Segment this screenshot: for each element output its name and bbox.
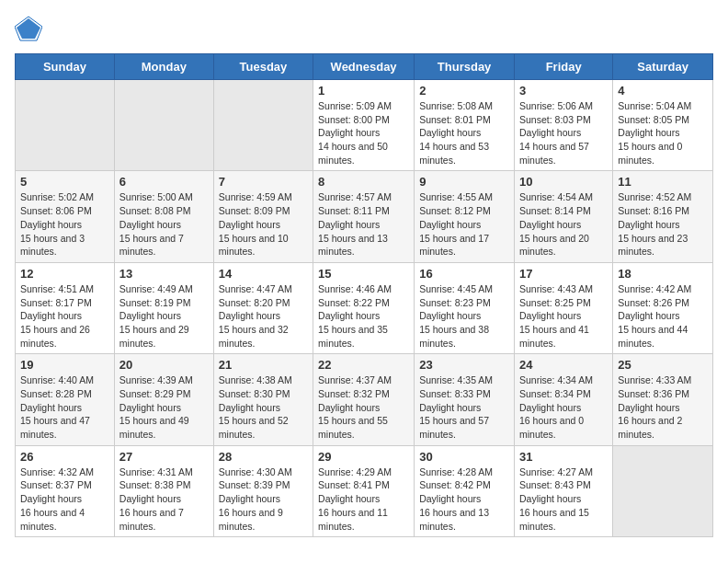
page-header xyxy=(15,15,713,42)
column-header-friday: Friday xyxy=(515,54,613,80)
day-cell: 19Sunrise: 4:40 AMSunset: 8:28 PMDayligh… xyxy=(16,354,115,445)
day-number: 7 xyxy=(219,175,308,189)
day-info: Sunrise: 4:47 AMSunset: 8:20 PMDaylight … xyxy=(219,282,308,350)
week-row-2: 5Sunrise: 5:02 AMSunset: 8:06 PMDaylight… xyxy=(16,171,713,262)
day-number: 29 xyxy=(318,450,409,464)
day-cell: 11Sunrise: 4:52 AMSunset: 8:16 PMDayligh… xyxy=(613,171,713,262)
day-info: Sunrise: 5:09 AMSunset: 8:00 PMDaylight … xyxy=(318,99,409,167)
day-number: 22 xyxy=(318,358,409,372)
day-number: 20 xyxy=(119,358,209,372)
day-cell: 14Sunrise: 4:47 AMSunset: 8:20 PMDayligh… xyxy=(213,262,313,353)
day-info: Sunrise: 4:55 AMSunset: 8:12 PMDaylight … xyxy=(419,190,509,258)
day-cell: 2Sunrise: 5:08 AMSunset: 8:01 PMDaylight… xyxy=(415,80,515,171)
day-number: 4 xyxy=(618,84,708,98)
day-number: 8 xyxy=(318,175,409,189)
day-number: 16 xyxy=(419,267,509,281)
column-header-tuesday: Tuesday xyxy=(213,54,313,80)
day-cell: 25Sunrise: 4:33 AMSunset: 8:36 PMDayligh… xyxy=(613,354,713,445)
day-number: 23 xyxy=(419,358,509,372)
day-cell: 10Sunrise: 4:54 AMSunset: 8:14 PMDayligh… xyxy=(515,171,613,262)
day-number: 26 xyxy=(20,450,109,464)
day-cell xyxy=(213,80,313,171)
day-info: Sunrise: 4:46 AMSunset: 8:22 PMDaylight … xyxy=(318,282,409,350)
day-cell: 9Sunrise: 4:55 AMSunset: 8:12 PMDaylight… xyxy=(415,171,515,262)
day-info: Sunrise: 5:02 AMSunset: 8:06 PMDaylight … xyxy=(20,190,109,258)
day-info: Sunrise: 4:35 AMSunset: 8:33 PMDaylight … xyxy=(419,373,509,441)
day-number: 27 xyxy=(119,450,209,464)
day-info: Sunrise: 4:28 AMSunset: 8:42 PMDaylight … xyxy=(419,465,509,533)
day-number: 6 xyxy=(119,175,209,189)
day-cell: 28Sunrise: 4:30 AMSunset: 8:39 PMDayligh… xyxy=(213,445,313,536)
day-cell: 29Sunrise: 4:29 AMSunset: 8:41 PMDayligh… xyxy=(313,445,415,536)
day-info: Sunrise: 4:59 AMSunset: 8:09 PMDaylight … xyxy=(219,190,308,258)
day-info: Sunrise: 4:43 AMSunset: 8:25 PMDaylight … xyxy=(519,282,608,350)
day-info: Sunrise: 4:38 AMSunset: 8:30 PMDaylight … xyxy=(219,373,308,441)
day-cell xyxy=(114,80,213,171)
header-row: SundayMondayTuesdayWednesdayThursdayFrid… xyxy=(16,54,713,80)
day-cell: 27Sunrise: 4:31 AMSunset: 8:38 PMDayligh… xyxy=(114,445,213,536)
day-cell: 26Sunrise: 4:32 AMSunset: 8:37 PMDayligh… xyxy=(16,445,115,536)
day-info: Sunrise: 5:08 AMSunset: 8:01 PMDaylight … xyxy=(419,99,509,167)
day-cell: 3Sunrise: 5:06 AMSunset: 8:03 PMDaylight… xyxy=(515,80,613,171)
day-number: 9 xyxy=(419,175,509,189)
day-cell: 6Sunrise: 5:00 AMSunset: 8:08 PMDaylight… xyxy=(114,171,213,262)
calendar-body: 1Sunrise: 5:09 AMSunset: 8:00 PMDaylight… xyxy=(16,80,713,537)
day-cell: 18Sunrise: 4:42 AMSunset: 8:26 PMDayligh… xyxy=(613,262,713,353)
week-row-5: 26Sunrise: 4:32 AMSunset: 8:37 PMDayligh… xyxy=(16,445,713,536)
day-info: Sunrise: 4:27 AMSunset: 8:43 PMDaylight … xyxy=(519,465,608,533)
week-row-4: 19Sunrise: 4:40 AMSunset: 8:28 PMDayligh… xyxy=(16,354,713,445)
day-number: 3 xyxy=(519,84,608,98)
column-header-thursday: Thursday xyxy=(415,54,515,80)
column-header-sunday: Sunday xyxy=(16,54,115,80)
column-header-saturday: Saturday xyxy=(613,54,713,80)
day-number: 12 xyxy=(20,267,109,281)
day-cell: 4Sunrise: 5:04 AMSunset: 8:05 PMDaylight… xyxy=(613,80,713,171)
day-cell xyxy=(16,80,115,171)
day-number: 13 xyxy=(119,267,209,281)
day-info: Sunrise: 4:32 AMSunset: 8:37 PMDaylight … xyxy=(20,465,109,533)
week-row-3: 12Sunrise: 4:51 AMSunset: 8:17 PMDayligh… xyxy=(16,262,713,353)
day-number: 11 xyxy=(618,175,708,189)
week-row-1: 1Sunrise: 5:09 AMSunset: 8:00 PMDaylight… xyxy=(16,80,713,171)
day-number: 28 xyxy=(219,450,308,464)
day-cell xyxy=(613,445,713,536)
day-info: Sunrise: 4:39 AMSunset: 8:29 PMDaylight … xyxy=(119,373,209,441)
day-number: 17 xyxy=(519,267,608,281)
day-info: Sunrise: 4:51 AMSunset: 8:17 PMDaylight … xyxy=(20,282,109,350)
day-cell: 21Sunrise: 4:38 AMSunset: 8:30 PMDayligh… xyxy=(213,354,313,445)
day-info: Sunrise: 4:40 AMSunset: 8:28 PMDaylight … xyxy=(20,373,109,441)
svg-marker-0 xyxy=(17,18,40,39)
day-number: 2 xyxy=(419,84,509,98)
day-cell: 22Sunrise: 4:37 AMSunset: 8:32 PMDayligh… xyxy=(313,354,415,445)
logo xyxy=(15,15,46,42)
day-cell: 8Sunrise: 4:57 AMSunset: 8:11 PMDaylight… xyxy=(313,171,415,262)
day-info: Sunrise: 4:42 AMSunset: 8:26 PMDaylight … xyxy=(618,282,708,350)
day-number: 30 xyxy=(419,450,509,464)
day-number: 24 xyxy=(519,358,608,372)
day-number: 25 xyxy=(618,358,708,372)
calendar-table: SundayMondayTuesdayWednesdayThursdayFrid… xyxy=(15,53,713,537)
day-info: Sunrise: 4:54 AMSunset: 8:14 PMDaylight … xyxy=(519,190,608,258)
day-cell: 5Sunrise: 5:02 AMSunset: 8:06 PMDaylight… xyxy=(16,171,115,262)
day-info: Sunrise: 4:29 AMSunset: 8:41 PMDaylight … xyxy=(318,465,409,533)
day-info: Sunrise: 4:30 AMSunset: 8:39 PMDaylight … xyxy=(219,465,308,533)
day-cell: 31Sunrise: 4:27 AMSunset: 8:43 PMDayligh… xyxy=(515,445,613,536)
day-number: 18 xyxy=(618,267,708,281)
day-info: Sunrise: 5:00 AMSunset: 8:08 PMDaylight … xyxy=(119,190,209,258)
day-cell: 7Sunrise: 4:59 AMSunset: 8:09 PMDaylight… xyxy=(213,171,313,262)
column-header-wednesday: Wednesday xyxy=(313,54,415,80)
day-number: 14 xyxy=(219,267,308,281)
day-cell: 24Sunrise: 4:34 AMSunset: 8:34 PMDayligh… xyxy=(515,354,613,445)
day-info: Sunrise: 4:52 AMSunset: 8:16 PMDaylight … xyxy=(618,190,708,258)
day-cell: 30Sunrise: 4:28 AMSunset: 8:42 PMDayligh… xyxy=(415,445,515,536)
day-cell: 16Sunrise: 4:45 AMSunset: 8:23 PMDayligh… xyxy=(415,262,515,353)
day-number: 21 xyxy=(219,358,308,372)
day-info: Sunrise: 4:31 AMSunset: 8:38 PMDaylight … xyxy=(119,465,209,533)
day-cell: 1Sunrise: 5:09 AMSunset: 8:00 PMDaylight… xyxy=(313,80,415,171)
day-number: 19 xyxy=(20,358,109,372)
day-number: 5 xyxy=(20,175,109,189)
day-info: Sunrise: 5:04 AMSunset: 8:05 PMDaylight … xyxy=(618,99,708,167)
day-cell: 23Sunrise: 4:35 AMSunset: 8:33 PMDayligh… xyxy=(415,354,515,445)
calendar-header: SundayMondayTuesdayWednesdayThursdayFrid… xyxy=(16,54,713,80)
day-cell: 13Sunrise: 4:49 AMSunset: 8:19 PMDayligh… xyxy=(114,262,213,353)
